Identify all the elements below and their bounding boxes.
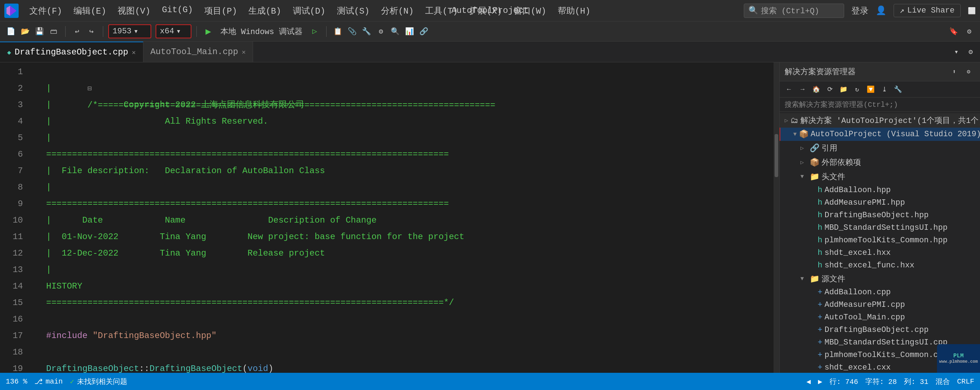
start-debug-btn[interactable]: ▶ [202,25,215,38]
toolbar-misc-4[interactable]: ⚙ [375,25,388,38]
save-btn[interactable]: 💾 [33,25,46,38]
menu-git[interactable]: Git(G) [157,3,198,18]
menu-analyze[interactable]: 分析(N) [376,3,419,18]
tree-item-draftingbaseobject-cpp[interactable]: + DraftingBaseObject.cpp [780,324,980,336]
project-root[interactable]: ▼ 📦 AutoToolProject (Visual Studio 2019) [780,127,980,141]
status-zoom[interactable]: 136 % [6,377,27,386]
sources-icon: 📁 [810,274,819,284]
se-back-btn[interactable]: ← [783,84,795,95]
headers-expand[interactable]: ▼ [800,174,808,180]
external-deps-expand[interactable]: ▷ [800,159,808,166]
new-file-btn[interactable]: 📄 [4,25,17,38]
toolbar-misc-2[interactable]: 📎 [346,25,359,38]
editor-scrollbar[interactable] [773,62,779,373]
tab-label-1: DraftingBaseObject.cpp [15,47,128,57]
config-dropdown[interactable]: 1953 ▾ [108,24,151,38]
bookmark-btn[interactable]: 🔖 [947,25,960,38]
toolbar-misc-6[interactable]: 📊 [403,25,416,38]
tree-item-addmeasurepmi-hpp[interactable]: h AddMeasurePMI.hpp [780,196,980,209]
tab-settings-btn[interactable]: ⚙ [964,46,977,59]
se-settings-btn[interactable]: ⚙ [962,65,975,78]
project-expand[interactable]: ▼ [793,131,797,138]
code-line-5: | [36,130,773,146]
tree-item-addmeasurepmi-cpp[interactable]: + AddMeasurePMI.cpp [780,299,980,311]
se-collapse-btn[interactable]: ⬆ [948,65,961,78]
redo-btn[interactable]: ↪ [85,25,98,38]
tab-bar-actions: ▾ ⚙ [950,46,980,59]
menu-debug[interactable]: 调试(D) [288,3,331,18]
code-line-12: | 12-Dec-2022 Tina Yang Release project [36,245,773,262]
undo-btn[interactable]: ↩ [71,25,84,38]
solution-root[interactable]: ▷ 🗂 解决方案 'AutoToolProject'(1个项目，共1个) [780,113,980,127]
live-share-button[interactable]: ↗ Live Share [894,4,961,17]
se-sync-btn[interactable]: ⟳ [824,84,835,95]
toolbar-misc-1[interactable]: 📋 [332,25,344,38]
status-line-ending[interactable]: CRLF [957,377,974,386]
open-btn[interactable]: 📂 [19,25,32,38]
tree-item-sources[interactable]: ▼ 📁 源文件 [780,272,980,286]
tree-item-mbd-hpp[interactable]: h MBD_StandardSettingsUI.hpp [780,221,980,234]
tree-item-references[interactable]: ▷ 🔗 引用 [780,141,980,155]
code-line-19: DraftingBaseObject::DraftingBaseObject(v… [36,361,773,373]
se-filter-btn[interactable]: 🔽 [865,84,877,95]
se-home-btn[interactable]: 🏠 [810,84,822,95]
menu-help[interactable]: 帮助(H) [553,3,595,18]
nav-next-icon[interactable]: ▶ [818,377,822,386]
file-label: shdt_excel.cxx [824,363,891,372]
tab-close-1[interactable]: ✕ [132,48,136,56]
references-icon: 🔗 [810,143,819,153]
file-icon: h [818,211,822,220]
status-ok[interactable]: ✓ 未找到相关问题 [70,377,127,387]
menu-file[interactable]: 文件(F) [24,3,67,18]
toolbar-misc-7[interactable]: 🔗 [418,25,431,38]
tab-draftingbaseobject[interactable]: ◆ DraftingBaseObject.cpp ✕ [0,41,143,62]
tree-container[interactable]: ▷ 🗂 解决方案 'AutoToolProject'(1个项目，共1个) ▼ 📦… [780,112,980,373]
references-expand[interactable]: ▷ [800,145,808,152]
code-line-16 [36,311,773,328]
editor-area[interactable]: 1 2 3 4 5 6 7 8 9 10 11 12 13 14 15 16 1… [0,62,779,373]
se-refresh-btn[interactable]: ↻ [851,84,863,95]
solution-expand[interactable]: ▷ [784,117,788,124]
start-without-debug-btn[interactable]: ▷ [308,25,321,38]
tab-close-2[interactable]: ✕ [242,48,245,56]
settings-btn[interactable]: ⚙ [963,25,976,38]
login-label[interactable]: 登录 [851,5,869,16]
menu-edit[interactable]: 编辑(E) [68,3,111,18]
tree-item-plmhome-hpp[interactable]: h plmhomeToolKits_Common.hpp [780,234,980,247]
tree-item-autotool-main-cpp[interactable]: + AutoTool_Main.cpp [780,311,980,324]
tree-item-shdt-excel-func-hxx[interactable]: h shdt_excel_func.hxx [780,259,980,272]
code-line-4: | All Rights Reserved. [36,113,773,130]
code-line-1: ⊟ /*====================================… [36,64,773,80]
menu-build[interactable]: 生成(B) [243,3,286,18]
tree-item-headers[interactable]: ▼ 📁 头文件 [780,170,980,184]
sources-expand[interactable]: ▼ [800,275,808,282]
se-prop-btn[interactable]: 🔧 [892,84,904,95]
code-line-9: ========================================… [36,196,773,212]
search-icon: 🔍 [748,6,758,16]
file-label: AddMeasurePMI.hpp [824,198,905,207]
code-lines[interactable]: ⊟ /*====================================… [29,62,773,373]
save-all-btn[interactable]: 🗃 [47,25,60,38]
toolbar-misc-5[interactable]: 🔍 [389,25,402,38]
se-collapse-all-btn[interactable]: ⤓ [878,84,890,95]
se-forward-btn[interactable]: → [797,84,808,95]
tree-item-addballoon-hpp[interactable]: h AddBalloon.hpp [780,184,980,196]
menu-test[interactable]: 测试(S) [332,3,375,18]
search-box[interactable]: 🔍 搜索 (Ctrl+Q) [744,3,844,18]
nav-prev-icon[interactable]: ◀ [807,377,811,386]
se-new-folder-btn[interactable]: 📁 [838,84,849,95]
scrollbar-thumb[interactable] [775,134,778,177]
tree-item-addballoon-cpp[interactable]: + AddBalloon.cpp [780,286,980,299]
tree-item-draftingbaseobject-hpp[interactable]: h DraftingBaseObject.hpp [780,209,980,221]
platform-dropdown[interactable]: x64 ▾ [156,24,191,38]
tab-autotool-main[interactable]: AutoTool_Main.cpp ✕ [143,41,253,62]
fold-icon-1[interactable]: ⊟ [88,81,92,97]
toolbar-misc-3[interactable]: 🔧 [360,25,373,38]
tree-item-external-deps[interactable]: ▷ 📦 外部依赖项 [780,155,980,170]
tab-list-btn[interactable]: ▾ [950,46,963,59]
menu-project[interactable]: 项目(P) [199,3,242,18]
tree-item-shdt-excel-hxx[interactable]: h shdt_excel.hxx [780,247,980,259]
menu-view[interactable]: 视图(V) [113,3,155,18]
status-git[interactable]: ⎇ main [34,377,63,386]
solution-search[interactable]: 搜索解决方案资源管理器(Ctrl+;) [780,97,980,112]
